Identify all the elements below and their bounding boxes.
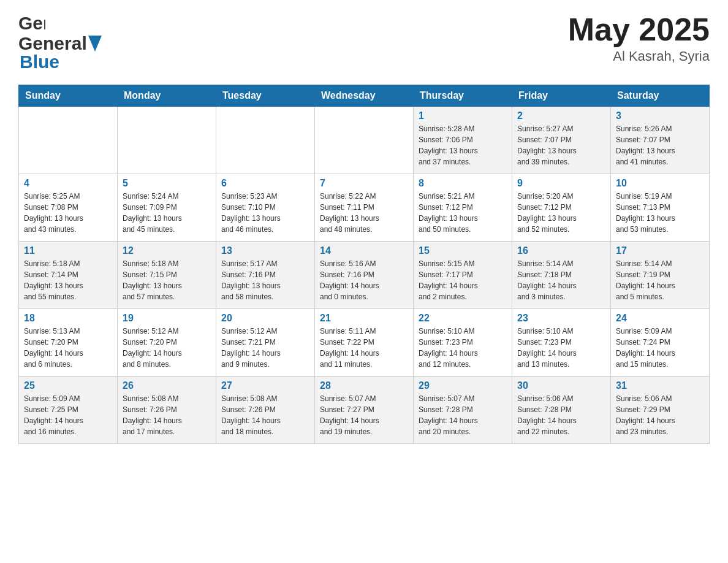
table-row: 11Sunrise: 5:18 AMSunset: 7:14 PMDayligh… — [19, 242, 118, 309]
table-row: 27Sunrise: 5:08 AMSunset: 7:26 PMDayligh… — [216, 377, 315, 444]
day-number: 23 — [517, 313, 605, 324]
table-row: 7Sunrise: 5:22 AMSunset: 7:11 PMDaylight… — [315, 174, 414, 242]
day-number: 27 — [221, 380, 309, 391]
calendar-table: Sunday Monday Tuesday Wednesday Thursday… — [18, 85, 710, 444]
table-row: 26Sunrise: 5:08 AMSunset: 7:26 PMDayligh… — [118, 377, 216, 444]
table-row: 22Sunrise: 5:10 AMSunset: 7:23 PMDayligh… — [414, 309, 512, 377]
header-thursday: Thursday — [414, 85, 512, 107]
day-info: Sunrise: 5:22 AMSunset: 7:11 PMDaylight:… — [320, 191, 408, 235]
calendar-week-row: 18Sunrise: 5:13 AMSunset: 7:20 PMDayligh… — [19, 309, 710, 377]
day-number: 22 — [419, 313, 507, 324]
table-row: 19Sunrise: 5:12 AMSunset: 7:20 PMDayligh… — [118, 309, 216, 377]
day-info: Sunrise: 5:10 AMSunset: 7:23 PMDaylight:… — [419, 326, 507, 370]
day-info: Sunrise: 5:19 AMSunset: 7:13 PMDaylight:… — [616, 191, 704, 235]
day-info: Sunrise: 5:08 AMSunset: 7:26 PMDaylight:… — [221, 393, 309, 437]
day-number: 21 — [320, 313, 408, 324]
table-row: 24Sunrise: 5:09 AMSunset: 7:24 PMDayligh… — [611, 309, 710, 377]
day-info: Sunrise: 5:25 AMSunset: 7:08 PMDaylight:… — [24, 191, 112, 235]
day-info: Sunrise: 5:10 AMSunset: 7:23 PMDaylight:… — [517, 326, 605, 370]
day-number: 24 — [616, 313, 704, 324]
logo-blue-text: Blue — [20, 52, 59, 72]
logo-general-text: General — [18, 34, 87, 53]
page-header: General General Blue May 2025 Al Kasrah,… — [18, 12, 710, 72]
day-number: 13 — [221, 245, 309, 256]
day-number: 30 — [517, 380, 605, 391]
calendar-title: May 2025 Al Kasrah, Syria — [568, 12, 710, 64]
table-row: 20Sunrise: 5:12 AMSunset: 7:21 PMDayligh… — [216, 309, 315, 377]
day-info: Sunrise: 5:13 AMSunset: 7:20 PMDaylight:… — [24, 326, 112, 370]
day-number: 3 — [616, 110, 704, 121]
day-info: Sunrise: 5:07 AMSunset: 7:28 PMDaylight:… — [419, 393, 507, 437]
day-info: Sunrise: 5:11 AMSunset: 7:22 PMDaylight:… — [320, 326, 408, 370]
day-number: 2 — [517, 110, 605, 121]
day-number: 8 — [419, 178, 507, 189]
table-row: 14Sunrise: 5:16 AMSunset: 7:16 PMDayligh… — [315, 242, 414, 309]
day-info: Sunrise: 5:14 AMSunset: 7:19 PMDaylight:… — [616, 258, 704, 302]
day-number: 7 — [320, 178, 408, 189]
day-number: 17 — [616, 245, 704, 256]
table-row: 28Sunrise: 5:07 AMSunset: 7:27 PMDayligh… — [315, 377, 414, 444]
logo-flag-icon — [88, 36, 102, 52]
header-sunday: Sunday — [19, 85, 118, 107]
table-row: 3Sunrise: 5:26 AMSunset: 7:07 PMDaylight… — [611, 107, 710, 174]
day-info: Sunrise: 5:27 AMSunset: 7:07 PMDaylight:… — [517, 123, 605, 167]
svg-marker-1 — [88, 36, 102, 52]
location-heading: Al Kasrah, Syria — [568, 48, 710, 64]
day-number: 25 — [24, 380, 112, 391]
table-row: 16Sunrise: 5:14 AMSunset: 7:18 PMDayligh… — [512, 242, 611, 309]
table-row: 12Sunrise: 5:18 AMSunset: 7:15 PMDayligh… — [118, 242, 216, 309]
month-year-heading: May 2025 — [568, 12, 710, 47]
logo: General General Blue — [18, 12, 102, 72]
table-row: 31Sunrise: 5:06 AMSunset: 7:29 PMDayligh… — [611, 377, 710, 444]
header-monday: Monday — [118, 85, 216, 107]
table-row: 2Sunrise: 5:27 AMSunset: 7:07 PMDaylight… — [512, 107, 611, 174]
day-info: Sunrise: 5:12 AMSunset: 7:20 PMDaylight:… — [123, 326, 211, 370]
table-row: 8Sunrise: 5:21 AMSunset: 7:12 PMDaylight… — [414, 174, 512, 242]
day-number: 19 — [123, 313, 211, 324]
day-number: 4 — [24, 178, 112, 189]
table-row — [216, 107, 315, 174]
day-number: 6 — [221, 178, 309, 189]
day-info: Sunrise: 5:09 AMSunset: 7:24 PMDaylight:… — [616, 326, 704, 370]
day-number: 11 — [24, 245, 112, 256]
logo-icon: General — [18, 12, 45, 34]
table-row: 23Sunrise: 5:10 AMSunset: 7:23 PMDayligh… — [512, 309, 611, 377]
day-number: 16 — [517, 245, 605, 256]
day-number: 28 — [320, 380, 408, 391]
day-number: 10 — [616, 178, 704, 189]
header-tuesday: Tuesday — [216, 85, 315, 107]
day-info: Sunrise: 5:18 AMSunset: 7:15 PMDaylight:… — [123, 258, 211, 302]
table-row: 29Sunrise: 5:07 AMSunset: 7:28 PMDayligh… — [414, 377, 512, 444]
header-saturday: Saturday — [611, 85, 710, 107]
svg-text:General: General — [18, 13, 45, 33]
table-row: 4Sunrise: 5:25 AMSunset: 7:08 PMDaylight… — [19, 174, 118, 242]
day-info: Sunrise: 5:18 AMSunset: 7:14 PMDaylight:… — [24, 258, 112, 302]
day-number: 18 — [24, 313, 112, 324]
day-info: Sunrise: 5:23 AMSunset: 7:10 PMDaylight:… — [221, 191, 309, 235]
day-info: Sunrise: 5:16 AMSunset: 7:16 PMDaylight:… — [320, 258, 408, 302]
header-wednesday: Wednesday — [315, 85, 414, 107]
day-number: 15 — [419, 245, 507, 256]
table-row: 1Sunrise: 5:28 AMSunset: 7:06 PMDaylight… — [414, 107, 512, 174]
table-row: 25Sunrise: 5:09 AMSunset: 7:25 PMDayligh… — [19, 377, 118, 444]
calendar-week-row: 1Sunrise: 5:28 AMSunset: 7:06 PMDaylight… — [19, 107, 710, 174]
day-info: Sunrise: 5:06 AMSunset: 7:29 PMDaylight:… — [616, 393, 704, 437]
calendar-week-row: 11Sunrise: 5:18 AMSunset: 7:14 PMDayligh… — [19, 242, 710, 309]
table-row: 17Sunrise: 5:14 AMSunset: 7:19 PMDayligh… — [611, 242, 710, 309]
table-row — [315, 107, 414, 174]
table-row: 6Sunrise: 5:23 AMSunset: 7:10 PMDaylight… — [216, 174, 315, 242]
day-number: 12 — [123, 245, 211, 256]
table-row: 15Sunrise: 5:15 AMSunset: 7:17 PMDayligh… — [414, 242, 512, 309]
day-info: Sunrise: 5:07 AMSunset: 7:27 PMDaylight:… — [320, 393, 408, 437]
day-number: 5 — [123, 178, 211, 189]
table-row: 13Sunrise: 5:17 AMSunset: 7:16 PMDayligh… — [216, 242, 315, 309]
day-number: 14 — [320, 245, 408, 256]
day-info: Sunrise: 5:06 AMSunset: 7:28 PMDaylight:… — [517, 393, 605, 437]
table-row: 18Sunrise: 5:13 AMSunset: 7:20 PMDayligh… — [19, 309, 118, 377]
table-row: 21Sunrise: 5:11 AMSunset: 7:22 PMDayligh… — [315, 309, 414, 377]
day-info: Sunrise: 5:21 AMSunset: 7:12 PMDaylight:… — [419, 191, 507, 235]
day-info: Sunrise: 5:26 AMSunset: 7:07 PMDaylight:… — [616, 123, 704, 167]
day-number: 31 — [616, 380, 704, 391]
day-info: Sunrise: 5:17 AMSunset: 7:16 PMDaylight:… — [221, 258, 309, 302]
day-info: Sunrise: 5:20 AMSunset: 7:12 PMDaylight:… — [517, 191, 605, 235]
